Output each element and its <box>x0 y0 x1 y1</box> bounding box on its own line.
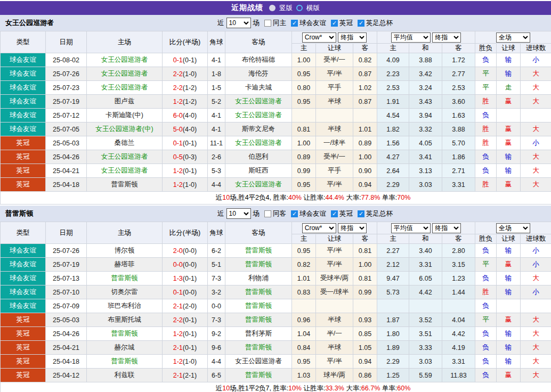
competition-label-championship[interactable]: 英冠 <box>339 209 353 218</box>
match-count-select[interactable]: 10 <box>226 208 251 219</box>
same-venue-checkbox[interactable] <box>264 20 271 27</box>
home-team[interactable]: 女王公园巡游者(中) <box>87 123 163 136</box>
avg-home: 1.25 <box>377 369 409 382</box>
vertical-layout-label[interactable]: 竖版 <box>279 4 293 13</box>
competition-label-friendly[interactable]: 球会友谊 <box>299 209 326 218</box>
away-team[interactable]: 斯蒂文尼奇 <box>225 123 292 136</box>
final-odds-select-2[interactable]: 终指 <box>432 32 461 43</box>
col-date: 日期 <box>46 222 87 244</box>
result-outcome: 负 <box>475 369 497 382</box>
match-date: 25-08-02 <box>46 53 87 67</box>
match-row: 英冠25-04-18普雷斯顿1-2(1-0)4-4女王公园巡游者0.95平/半0… <box>1 355 551 369</box>
crow-odds-select[interactable]: Crow* <box>302 32 336 43</box>
horizontal-layout-radio[interactable] <box>296 5 303 11</box>
same-venue-checkbox[interactable] <box>264 210 271 217</box>
avg-draw <box>409 299 442 313</box>
competition-label-facup[interactable]: 英足总杯 <box>366 19 393 28</box>
odds-handicap: 平/半 <box>316 67 353 81</box>
match-count-select[interactable]: 10 <box>226 18 251 28</box>
col-odds-home: 主 <box>292 234 316 244</box>
away-team[interactable]: 女王公园巡游者 <box>225 109 292 123</box>
final-odds-select-2[interactable]: 终指 <box>432 223 461 233</box>
home-team[interactable]: 女王公园巡游者 <box>87 81 163 95</box>
odds-home: 0.89 <box>292 150 316 164</box>
col-result: 胜负 <box>475 234 497 244</box>
home-team[interactable]: 班巴布利治 <box>87 299 163 313</box>
away-team[interactable]: 女王公园巡游者 <box>225 136 292 150</box>
away-team[interactable]: 普利茅斯 <box>225 327 292 341</box>
col-odds-handicap: 让球 <box>316 44 353 53</box>
odds-handicap: 受球半/两 <box>316 272 353 285</box>
avg-home: 1.56 <box>377 136 409 150</box>
away-team[interactable]: 女王公园巡游者 <box>225 178 292 192</box>
home-team[interactable]: 博尔顿 <box>87 244 163 258</box>
competition-checkbox-friendly[interactable]: ✓ <box>291 20 298 27</box>
away-team[interactable]: 普雷斯顿 <box>225 285 292 299</box>
away-team[interactable]: 海伦芬 <box>225 67 292 81</box>
team-name: 普雷斯顿 <box>0 209 217 218</box>
crow-odds-select[interactable]: Crow* <box>302 223 336 233</box>
average-odds-select[interactable]: 平均值 <box>391 223 431 233</box>
home-team[interactable]: 赫尔城 <box>87 341 163 355</box>
same-venue-label[interactable]: 同客 <box>273 209 286 218</box>
away-team[interactable]: 普雷斯顿 <box>225 369 292 382</box>
home-team[interactable]: 女王公园巡游者 <box>87 164 163 178</box>
away-team[interactable]: 女王公园巡游者 <box>225 355 292 369</box>
average-odds-select[interactable]: 平均值 <box>391 32 431 43</box>
final-odds-select[interactable]: 终指 <box>338 32 367 43</box>
same-venue-label[interactable]: 同主 <box>273 19 286 28</box>
home-team[interactable]: 切奥尔雷 <box>87 285 163 299</box>
col-odds-home: 主 <box>292 44 316 53</box>
home-team[interactable]: 利兹联 <box>87 369 163 382</box>
home-team[interactable]: 普雷斯顿 <box>87 272 163 285</box>
away-team[interactable]: 伯恩利 <box>225 150 292 164</box>
competition-label-facup[interactable]: 英足总杯 <box>366 209 393 218</box>
full-match-header: 全场 <box>475 31 551 44</box>
away-team[interactable]: 普雷斯顿 <box>225 299 292 313</box>
home-team[interactable]: 布里斯托城 <box>87 313 163 327</box>
home-team[interactable]: 女王公园巡游者 <box>87 53 163 67</box>
away-team[interactable]: 布伦特福德 <box>225 53 292 67</box>
competition-checkbox-friendly[interactable]: ✓ <box>291 210 298 217</box>
home-team[interactable]: 普雷斯顿 <box>87 178 163 192</box>
full-match-select[interactable]: 全场 <box>496 223 530 233</box>
away-team[interactable]: 卡迪夫城 <box>225 81 292 95</box>
away-team[interactable]: 普雷斯顿 <box>225 313 292 327</box>
col-score: 比分(半场) <box>163 31 208 53</box>
odds-away: 1.02 <box>353 81 377 95</box>
competition-label-championship[interactable]: 英冠 <box>339 19 353 28</box>
away-team[interactable]: 斯旺西 <box>225 164 292 178</box>
home-team[interactable]: 图卢兹 <box>87 95 163 109</box>
odds-handicap: 平/半 <box>316 258 353 272</box>
vertical-layout-radio[interactable] <box>269 5 276 11</box>
match-type: 球会友谊 <box>1 53 46 67</box>
result-outcome: 胜 <box>475 123 497 136</box>
home-team[interactable]: 女王公园巡游者 <box>87 67 163 81</box>
away-team[interactable]: 利物浦 <box>225 272 292 285</box>
competition-checkbox-championship[interactable]: ✓ <box>331 210 338 217</box>
avg-draw: 3.24 <box>409 81 442 95</box>
away-team[interactable]: 女王公园巡游者 <box>225 95 292 109</box>
home-team[interactable]: 赫塔菲 <box>87 258 163 272</box>
home-team[interactable]: 桑德兰 <box>87 136 163 150</box>
away-team[interactable]: 普雷斯顿 <box>225 341 292 355</box>
full-match-select[interactable]: 全场 <box>496 32 530 43</box>
final-odds-select[interactable]: 终指 <box>338 223 367 233</box>
avg-away: 1.63 <box>442 109 475 123</box>
match-date: 25-07-13 <box>46 272 87 285</box>
horizontal-layout-label[interactable]: 横版 <box>306 4 320 13</box>
away-team[interactable]: 普雷斯顿 <box>225 244 292 258</box>
competition-checkbox-facup[interactable]: ✓ <box>358 20 364 27</box>
home-team[interactable]: 普雷斯顿 <box>87 327 163 341</box>
competition-checkbox-facup[interactable]: ✓ <box>358 210 364 217</box>
competition-label-friendly[interactable]: 球会友谊 <box>299 19 326 28</box>
away-team[interactable]: 普雷斯顿 <box>225 258 292 272</box>
competition-checkbox-championship[interactable]: ✓ <box>331 20 338 27</box>
match-row: 球会友谊25-07-05女王公园巡游者(中)5-0(4-0)4-1斯蒂文尼奇0.… <box>1 123 551 136</box>
home-team[interactable]: 女王公园巡游者 <box>87 150 163 164</box>
odds-home: 0.84 <box>292 341 316 355</box>
home-team[interactable]: 普雷斯顿 <box>87 355 163 369</box>
corner-score: 4-4 <box>208 355 225 369</box>
home-team[interactable]: 卡斯迪隆(中) <box>87 109 163 123</box>
odds-handicap: 平手 <box>316 81 353 95</box>
